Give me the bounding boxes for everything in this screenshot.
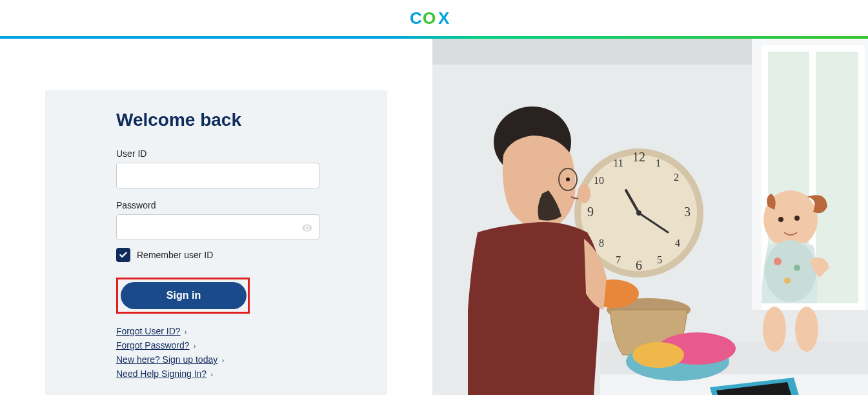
remember-checkbox[interactable] [116, 248, 130, 262]
chevron-right-icon: › [222, 357, 224, 364]
svg-point-40 [765, 240, 816, 302]
forgot-password-link[interactable]: Forgot Password? [116, 340, 190, 350]
svg-point-44 [763, 307, 786, 352]
left-column: Welcome back User ID Password Remember u… [0, 39, 432, 395]
chevron-right-icon: › [211, 371, 213, 378]
svg-point-31 [632, 342, 684, 368]
svg-point-45 [795, 307, 818, 352]
svg-point-39 [794, 216, 800, 221]
svg-text:5: 5 [657, 254, 662, 265]
svg-text:6: 6 [636, 258, 642, 272]
header: C O X [0, 0, 868, 36]
svg-text:X: X [438, 10, 450, 26]
svg-text:8: 8 [599, 238, 604, 248]
svg-point-43 [784, 278, 791, 284]
password-label: Password [116, 200, 316, 210]
sign-up-link[interactable]: New here? Sign up today [116, 354, 217, 365]
signin-highlight-box: Sign in [116, 278, 250, 314]
show-password-icon[interactable] [301, 222, 313, 234]
svg-text:4: 4 [675, 238, 680, 248]
remember-row: Remember user ID [116, 248, 316, 262]
svg-text:12: 12 [632, 150, 645, 164]
remember-label: Remember user ID [137, 250, 213, 260]
svg-point-42 [794, 265, 800, 271]
user-id-label: User ID [116, 148, 316, 159]
user-id-input[interactable] [116, 163, 319, 188]
chevron-right-icon: › [194, 343, 196, 350]
signin-card: Welcome back User ID Password Remember u… [45, 90, 387, 395]
svg-point-41 [774, 258, 782, 265]
svg-text:C: C [410, 10, 422, 26]
svg-text:11: 11 [613, 157, 623, 168]
svg-point-35 [566, 177, 570, 181]
svg-text:3: 3 [684, 205, 691, 219]
svg-text:7: 7 [616, 254, 621, 265]
password-input[interactable] [116, 214, 319, 240]
svg-text:9: 9 [587, 205, 594, 219]
page-title: Welcome back [116, 110, 316, 130]
chevron-right-icon: › [185, 329, 187, 336]
svg-point-36 [578, 184, 590, 203]
svg-text:2: 2 [674, 172, 679, 183]
cox-logo[interactable]: C O X [410, 10, 459, 26]
svg-text:O: O [423, 10, 436, 26]
svg-text:10: 10 [594, 175, 604, 186]
signin-button[interactable]: Sign in [121, 282, 247, 309]
need-help-link[interactable]: Need Help Signing In? [116, 369, 207, 379]
hero-image: 12 1 2 3 4 5 6 7 8 9 10 11 [432, 39, 868, 395]
svg-point-38 [778, 217, 783, 222]
help-links: Forgot User ID? › Forgot Password? › New… [116, 325, 316, 380]
forgot-user-id-link[interactable]: Forgot User ID? [116, 326, 181, 336]
svg-text:1: 1 [656, 157, 661, 168]
